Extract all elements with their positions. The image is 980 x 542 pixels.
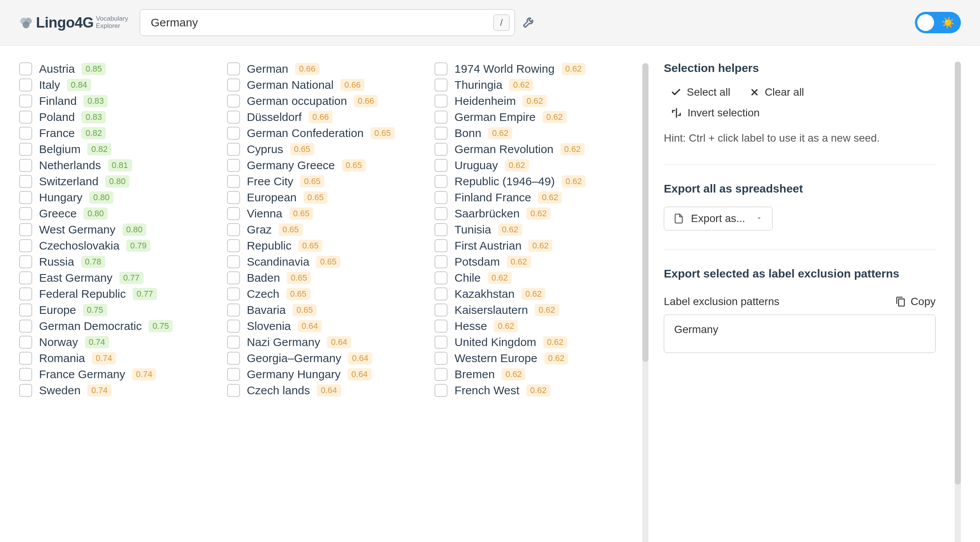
result-label[interactable]: Western Europe bbox=[454, 352, 537, 365]
checkbox[interactable] bbox=[19, 78, 32, 91]
checkbox[interactable] bbox=[227, 271, 240, 284]
result-item[interactable]: Saarbrücken0.62 bbox=[434, 206, 627, 221]
result-item[interactable]: German Empire0.62 bbox=[434, 110, 627, 124]
checkbox[interactable] bbox=[227, 78, 240, 91]
result-label[interactable]: Germany Hungary bbox=[247, 368, 341, 381]
result-item[interactable]: Bavaria0.65 bbox=[227, 303, 420, 317]
result-label[interactable]: Bonn bbox=[454, 127, 481, 140]
result-item[interactable]: Hesse0.62 bbox=[434, 319, 627, 333]
result-label[interactable]: West Germany bbox=[39, 223, 116, 236]
result-label[interactable]: Düsseldorf bbox=[247, 111, 302, 124]
result-label[interactable]: Finland France bbox=[454, 191, 531, 204]
result-label[interactable]: Baden bbox=[247, 271, 280, 284]
checkbox[interactable] bbox=[227, 159, 240, 172]
theme-toggle[interactable]: ☀️ bbox=[915, 12, 961, 33]
checkbox[interactable] bbox=[227, 352, 240, 365]
checkbox[interactable] bbox=[19, 239, 32, 252]
checkbox[interactable] bbox=[434, 239, 448, 252]
result-label[interactable]: Free City bbox=[247, 175, 294, 188]
result-label[interactable]: Italy bbox=[39, 78, 60, 91]
checkbox[interactable] bbox=[19, 159, 32, 172]
checkbox[interactable] bbox=[434, 78, 448, 91]
wrench-icon[interactable] bbox=[522, 15, 536, 31]
result-label[interactable]: Poland bbox=[39, 111, 75, 124]
result-item[interactable]: Georgia–Germany0.64 bbox=[227, 351, 420, 366]
result-item[interactable]: Germany Hungary0.64 bbox=[227, 367, 420, 382]
result-label[interactable]: First Austrian bbox=[454, 239, 521, 252]
checkbox[interactable] bbox=[434, 255, 448, 268]
result-label[interactable]: Norway bbox=[39, 336, 78, 349]
checkbox[interactable] bbox=[227, 384, 240, 397]
results-scrollbar[interactable] bbox=[642, 63, 648, 542]
result-item[interactable]: Netherlands0.81 bbox=[19, 158, 212, 173]
result-item[interactable]: France0.82 bbox=[19, 126, 212, 140]
checkbox[interactable] bbox=[434, 336, 448, 349]
result-item[interactable]: Poland0.83 bbox=[19, 110, 212, 124]
result-label[interactable]: German Revolution bbox=[454, 143, 553, 156]
result-item[interactable]: Hungary0.80 bbox=[19, 190, 212, 205]
result-item[interactable]: Chile0.62 bbox=[434, 271, 627, 285]
result-item[interactable]: Tunisia0.62 bbox=[434, 222, 627, 237]
result-item[interactable]: West Germany0.80 bbox=[19, 222, 212, 237]
result-label[interactable]: Saarbrücken bbox=[454, 207, 519, 220]
result-label[interactable]: Republic bbox=[247, 239, 292, 252]
result-label[interactable]: Chile bbox=[454, 271, 480, 284]
result-item[interactable]: Graz0.65 bbox=[227, 222, 420, 237]
checkbox[interactable] bbox=[19, 95, 32, 108]
checkbox[interactable] bbox=[227, 368, 240, 381]
result-label[interactable]: Georgia–Germany bbox=[247, 352, 341, 365]
result-label[interactable]: Cyprus bbox=[247, 143, 283, 156]
result-label[interactable]: Graz bbox=[247, 223, 272, 236]
result-label[interactable]: Tunisia bbox=[454, 223, 491, 236]
result-item[interactable]: Free City0.65 bbox=[227, 174, 420, 189]
result-item[interactable]: Cyprus0.65 bbox=[227, 142, 420, 157]
checkbox[interactable] bbox=[19, 271, 32, 284]
checkbox[interactable] bbox=[434, 159, 448, 172]
result-label[interactable]: German occupation bbox=[247, 95, 347, 108]
result-item[interactable]: Europe0.75 bbox=[19, 303, 212, 317]
checkbox[interactable] bbox=[227, 304, 240, 317]
checkbox[interactable] bbox=[227, 336, 240, 349]
result-label[interactable]: Republic (1946–49) bbox=[454, 175, 555, 188]
checkbox[interactable] bbox=[19, 175, 32, 188]
checkbox[interactable] bbox=[434, 304, 448, 317]
result-item[interactable]: German occupation0.66 bbox=[227, 94, 420, 108]
result-label[interactable]: Nazi Germany bbox=[247, 336, 320, 349]
result-label[interactable]: Thuringia bbox=[454, 78, 502, 91]
search-input[interactable] bbox=[140, 9, 515, 36]
exclusion-patterns-textarea[interactable]: Germany bbox=[664, 315, 936, 353]
result-label[interactable]: Sweden bbox=[39, 384, 80, 397]
result-item[interactable]: Kazakhstan0.62 bbox=[434, 287, 627, 301]
result-item[interactable]: 1974 World Rowing0.62 bbox=[434, 62, 627, 76]
result-label[interactable]: French West bbox=[454, 384, 519, 397]
result-item[interactable]: German National0.66 bbox=[227, 78, 420, 92]
result-label[interactable]: German bbox=[247, 62, 288, 75]
result-item[interactable]: Bremen0.62 bbox=[434, 367, 627, 382]
result-item[interactable]: Heidenheim0.62 bbox=[434, 94, 627, 108]
result-label[interactable]: Bremen bbox=[454, 368, 495, 381]
result-label[interactable]: Hesse bbox=[454, 320, 487, 333]
checkbox[interactable] bbox=[227, 111, 240, 124]
checkbox[interactable] bbox=[434, 62, 448, 75]
result-label[interactable]: Vienna bbox=[247, 207, 283, 220]
checkbox[interactable] bbox=[19, 320, 32, 333]
checkbox[interactable] bbox=[434, 175, 448, 188]
result-item[interactable]: France Germany0.74 bbox=[19, 367, 212, 382]
checkbox[interactable] bbox=[19, 111, 32, 124]
checkbox[interactable] bbox=[227, 287, 240, 300]
result-label[interactable]: Bavaria bbox=[247, 304, 286, 317]
result-item[interactable]: Bonn0.62 bbox=[434, 126, 627, 140]
result-item[interactable]: Scandinavia0.65 bbox=[227, 255, 420, 269]
checkbox[interactable] bbox=[19, 336, 32, 349]
result-item[interactable]: German0.66 bbox=[227, 62, 420, 76]
checkbox[interactable] bbox=[227, 127, 240, 140]
result-item[interactable]: United Kingdom0.62 bbox=[434, 335, 627, 349]
result-item[interactable]: Finland France0.62 bbox=[434, 190, 627, 205]
result-label[interactable]: Switzerland bbox=[39, 175, 98, 188]
sidebar-scrollbar[interactable] bbox=[955, 62, 961, 542]
result-item[interactable]: Germany Greece0.65 bbox=[227, 158, 420, 173]
checkbox[interactable] bbox=[227, 95, 240, 108]
result-label[interactable]: German Empire bbox=[454, 111, 536, 124]
result-item[interactable]: Czech0.65 bbox=[227, 287, 420, 301]
result-label[interactable]: Germany Greece bbox=[247, 159, 335, 172]
